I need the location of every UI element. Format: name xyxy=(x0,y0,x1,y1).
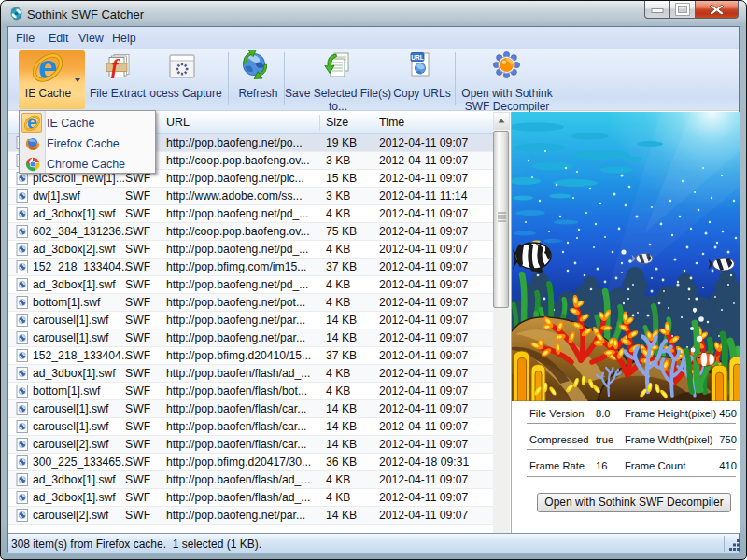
svg-text:URL: URL xyxy=(411,54,423,61)
